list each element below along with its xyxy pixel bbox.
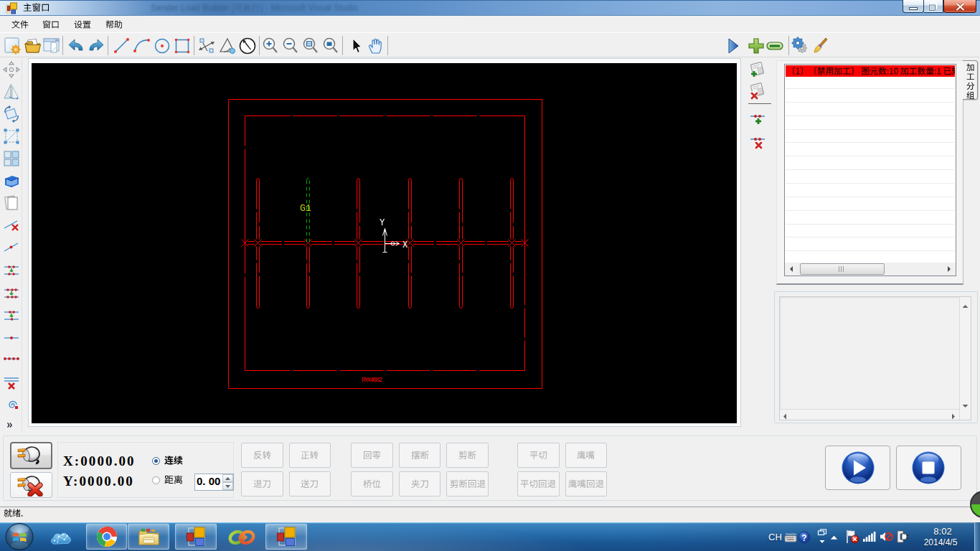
svg-text:?: ? [801,533,806,543]
svg-text:RYX4882: RYX4882 [362,377,382,384]
svg-text:Y: Y [380,218,385,228]
svg-text:X: X [402,240,407,250]
svg-text:G1: G1 [300,203,311,214]
